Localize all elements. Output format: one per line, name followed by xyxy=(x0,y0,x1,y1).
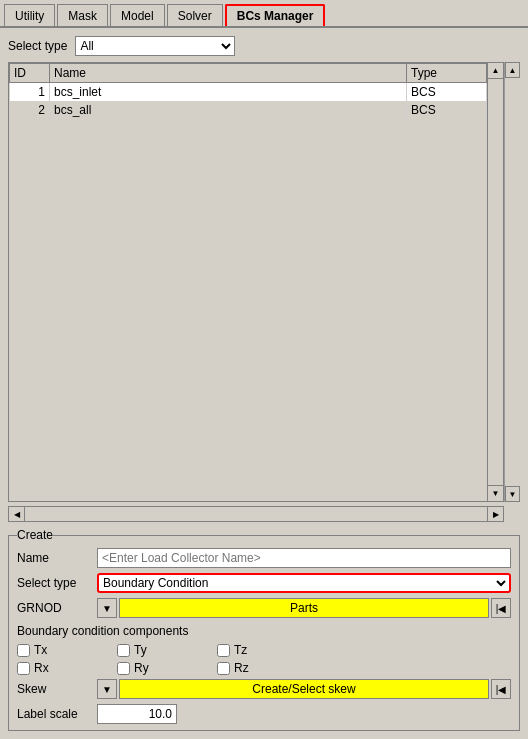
first-icon: |◀ xyxy=(496,603,507,614)
hscroll-left-btn[interactable]: ◀ xyxy=(9,507,25,521)
bcc-section: Boundary condition components Tx Ty Tz xyxy=(17,624,511,675)
select-type-form-row: Select type Boundary Condition Force Mom… xyxy=(17,573,511,593)
tx-label: Tx xyxy=(34,643,47,657)
skew-row: Skew ▼ Create/Select skew |◀ xyxy=(17,679,511,699)
panel-scroll-down[interactable]: ▼ xyxy=(505,486,520,502)
bcc-title: Boundary condition components xyxy=(17,624,511,638)
rz-checkbox[interactable] xyxy=(217,662,230,675)
create-legend: Create xyxy=(17,528,53,542)
select-type-label: Select type xyxy=(8,39,67,53)
row2-type: BCS xyxy=(407,101,487,119)
checkbox-ty: Ty xyxy=(117,643,197,657)
row1-id: 1 xyxy=(10,83,50,102)
checkbox-tx: Tx xyxy=(17,643,97,657)
scrollbar-track xyxy=(488,79,503,485)
tab-bar: Utility Mask Model Solver BCs Manager xyxy=(0,0,528,28)
tab-model[interactable]: Model xyxy=(110,4,165,26)
rx-label: Rx xyxy=(34,661,49,675)
select-type-row: Select type All BCS Force Moment Pressur… xyxy=(8,36,520,56)
main-container: Utility Mask Model Solver BCs Manager Se… xyxy=(0,0,528,739)
label-scale-label: Label scale xyxy=(17,707,97,721)
grnod-label: GRNOD xyxy=(17,601,97,615)
tab-mask[interactable]: Mask xyxy=(57,4,108,26)
label-scale-row: Label scale xyxy=(17,704,511,724)
bcs-table: ID Name Type 1 bcs_inlet BCS xyxy=(9,63,487,119)
hscroll-right-btn[interactable]: ▶ xyxy=(487,507,503,521)
panel-vscrollbar[interactable]: ▲ ▼ xyxy=(504,62,520,502)
tz-checkbox[interactable] xyxy=(217,644,230,657)
skew-label: Skew xyxy=(17,682,97,696)
table-row[interactable]: 2 bcs_all BCS xyxy=(10,101,487,119)
select-type-dropdown[interactable]: All BCS Force Moment Pressure xyxy=(75,36,235,56)
select-type-form-dropdown[interactable]: Boundary Condition Force Moment Pressure xyxy=(97,573,511,593)
skew-first-btn[interactable]: |◀ xyxy=(491,679,511,699)
row2-id: 2 xyxy=(10,101,50,119)
row1-type: BCS xyxy=(407,83,487,102)
ry-label: Ry xyxy=(134,661,149,675)
name-input[interactable] xyxy=(97,548,511,568)
grnod-dropdown-btn[interactable]: ▼ xyxy=(97,598,117,618)
grnod-parts-button[interactable]: Parts xyxy=(119,598,489,618)
row1-name: bcs_inlet xyxy=(50,83,407,102)
checkbox-ry: Ry xyxy=(117,661,197,675)
checkbox-rx: Rx xyxy=(17,661,97,675)
table-row[interactable]: 1 bcs_inlet BCS xyxy=(10,83,487,102)
col-id: ID xyxy=(10,64,50,83)
checkbox-rz: Rz xyxy=(217,661,297,675)
create-section: Create Name Select type Boundary Conditi… xyxy=(8,528,520,731)
grnod-first-btn[interactable]: |◀ xyxy=(491,598,511,618)
panel-scroll-up[interactable]: ▲ xyxy=(505,62,520,78)
table-container: ID Name Type 1 bcs_inlet BCS xyxy=(9,63,487,501)
skew-first-icon: |◀ xyxy=(496,684,507,695)
name-label: Name xyxy=(17,551,97,565)
checkbox-tz: Tz xyxy=(217,643,297,657)
skew-button[interactable]: Create/Select skew xyxy=(119,679,489,699)
tab-bcs-manager[interactable]: BCs Manager xyxy=(225,4,326,26)
checkbox-row-1: Tx Ty Tz xyxy=(17,643,511,657)
ty-checkbox[interactable] xyxy=(117,644,130,657)
name-row: Name xyxy=(17,548,511,568)
tab-utility[interactable]: Utility xyxy=(4,4,55,26)
table-hscrollbar[interactable]: ◀ ▶ xyxy=(8,506,504,522)
tz-label: Tz xyxy=(234,643,247,657)
table-vscrollbar[interactable]: ▲ ▼ xyxy=(487,63,503,501)
col-type: Type xyxy=(407,64,487,83)
select-type-form-label: Select type xyxy=(17,576,97,590)
panel-scroll-track xyxy=(505,78,520,486)
rx-checkbox[interactable] xyxy=(17,662,30,675)
content-area: Select type All BCS Force Moment Pressur… xyxy=(0,28,528,739)
row2-name: bcs_all xyxy=(50,101,407,119)
tab-solver[interactable]: Solver xyxy=(167,4,223,26)
skew-dropdown-btn[interactable]: ▼ xyxy=(97,679,117,699)
scrollbar-down-btn[interactable]: ▼ xyxy=(488,485,503,501)
rz-label: Rz xyxy=(234,661,249,675)
scrollbar-up-btn[interactable]: ▲ xyxy=(488,63,503,79)
grnod-row: GRNOD ▼ Parts |◀ xyxy=(17,598,511,618)
label-scale-input[interactable] xyxy=(97,704,177,724)
ry-checkbox[interactable] xyxy=(117,662,130,675)
checkbox-row-2: Rx Ry Rz xyxy=(17,661,511,675)
tx-checkbox[interactable] xyxy=(17,644,30,657)
ty-label: Ty xyxy=(134,643,147,657)
col-name: Name xyxy=(50,64,407,83)
